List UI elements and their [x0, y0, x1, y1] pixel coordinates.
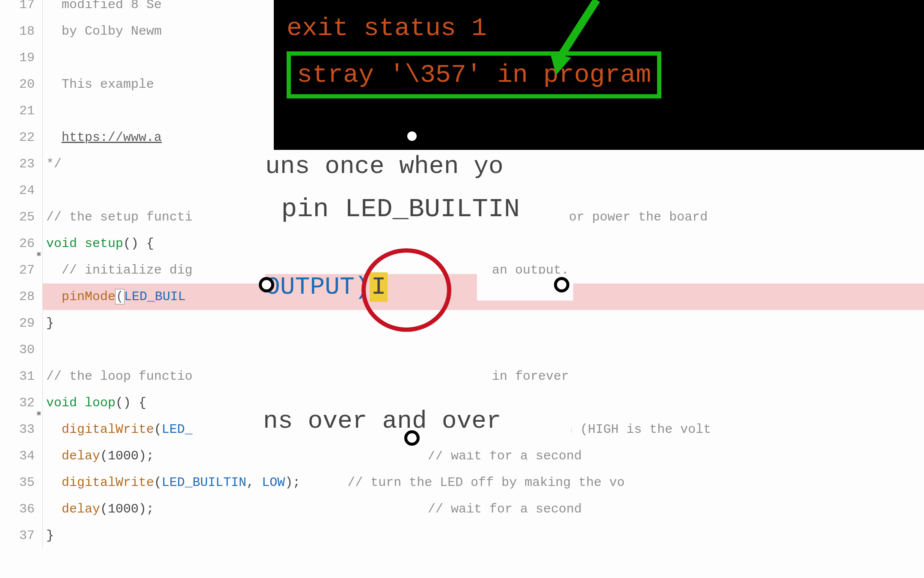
line-number: 34: [0, 443, 38, 469]
line-number: 32▣: [0, 390, 38, 416]
matched-paren: (: [116, 289, 124, 304]
line-number: 27: [0, 257, 38, 283]
line-number: 22: [0, 124, 38, 151]
url-link[interactable]: https://www.a: [62, 130, 162, 145]
zoom-text-loop-comment: ns over and over: [263, 409, 571, 451]
line-number: 18: [0, 18, 38, 45]
compiler-output-panel[interactable]: exit status 1 stray '\357' in program: [274, 0, 924, 150]
line-number: 37: [0, 522, 38, 549]
line-number: 33: [0, 416, 38, 443]
line-number: 31: [0, 363, 38, 390]
line-number: 24: [0, 177, 38, 204]
line-number: 30: [0, 337, 38, 363]
code-line[interactable]: [43, 337, 924, 363]
line-number: 36: [0, 496, 38, 522]
zoom-text-setup-comment: uns once when yo pin LED_BUILTIN: [265, 154, 565, 240]
fold-icon[interactable]: ▣: [35, 241, 41, 247]
code-line[interactable]: }: [43, 310, 924, 337]
code-line[interactable]: // the loop functioin forever: [43, 363, 924, 390]
line-number: 21: [0, 98, 38, 124]
line-number: 17: [0, 0, 38, 18]
zoom-pinmode-line: OUTPUT)I: [265, 274, 573, 301]
code-line[interactable]: digitalWrite(LED_BUILTIN, LOW);// turn t…: [43, 469, 924, 496]
error-exit-status: exit status 1: [287, 13, 911, 44]
line-number-gutter: 17 18 19 20 21 22 23 24 25 26▣ 27 28 29 …: [0, 0, 43, 549]
fold-icon[interactable]: ▣: [35, 400, 41, 406]
line-number: 25: [0, 204, 38, 230]
code-line[interactable]: delay(1000);// wait for a second: [43, 496, 924, 522]
line-number: 19: [0, 45, 38, 71]
error-message-highlighted: stray '\357' in program: [287, 51, 661, 98]
line-number: 29: [0, 310, 38, 337]
line-number: 35: [0, 469, 38, 496]
line-number: 26▣: [0, 230, 38, 257]
stray-char-selection: I: [370, 272, 388, 302]
line-number: 23: [0, 151, 38, 177]
line-number: 20: [0, 71, 38, 98]
code-line[interactable]: }: [43, 522, 924, 549]
line-number: 28: [0, 283, 38, 310]
